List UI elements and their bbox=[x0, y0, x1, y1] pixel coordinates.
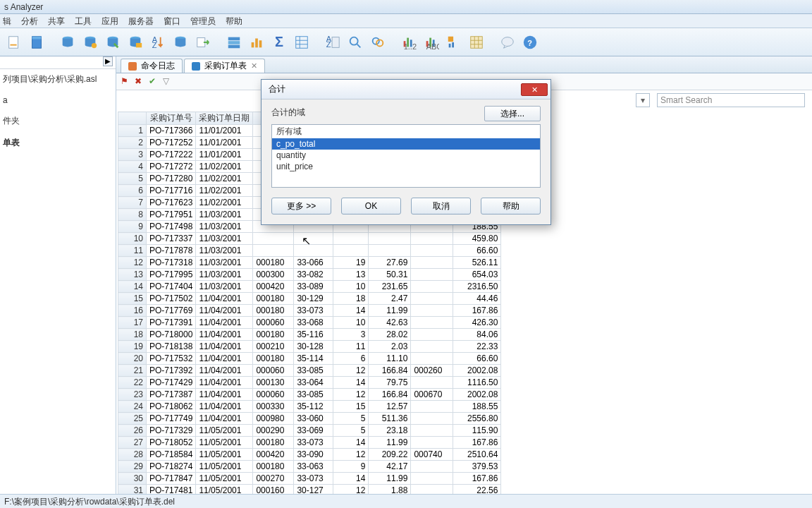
svg-rect-22 bbox=[332, 37, 339, 47]
menu-item[interactable]: 辑 bbox=[3, 14, 11, 28]
table-row[interactable]: 20PO-71753211/04/200100018035-114611.106… bbox=[118, 353, 501, 365]
tab[interactable]: 采购订单表✕ bbox=[184, 59, 265, 73]
svg-rect-2 bbox=[32, 36, 42, 39]
table-row[interactable]: 12PO-71731811/03/200100018033-0661927.69… bbox=[118, 257, 501, 269]
table-row[interactable]: 19PO-71813811/04/200100021030-128112.032… bbox=[118, 341, 501, 353]
menu-item[interactable]: 管理员 bbox=[190, 14, 216, 28]
table-row[interactable]: 31PO-71748111/05/200100016030-127121.882… bbox=[118, 485, 501, 495]
help-button[interactable]: 帮助 bbox=[481, 198, 541, 214]
table-row[interactable]: 14PO-71740411/03/200100042033-08910231.6… bbox=[118, 281, 501, 293]
table-row[interactable]: 16PO-71776911/04/200100018033-0731411.99… bbox=[118, 305, 501, 317]
delete-icon[interactable]: ✖ bbox=[135, 76, 146, 87]
svg-rect-37 bbox=[471, 36, 483, 48]
column-header[interactable]: 采购订单日期 bbox=[196, 112, 253, 125]
close-icon[interactable]: ✕ bbox=[521, 83, 548, 96]
count-icon[interactable] bbox=[224, 32, 244, 52]
sort-icon[interactable]: AZ bbox=[148, 32, 168, 52]
table-row[interactable]: 13PO-71799511/03/200100030033-0821350.31… bbox=[118, 269, 501, 281]
cancel-button[interactable]: 取消 bbox=[411, 198, 471, 214]
db4-icon[interactable] bbox=[125, 32, 145, 52]
svg-rect-17 bbox=[255, 38, 258, 47]
row-number: 16 bbox=[118, 305, 147, 317]
sort2-icon[interactable]: AZ bbox=[323, 32, 343, 52]
search-input[interactable]: Smart Search bbox=[657, 93, 805, 107]
menu-item[interactable]: 应用 bbox=[102, 14, 118, 28]
row-number: 31 bbox=[118, 485, 147, 495]
notebook-icon[interactable] bbox=[27, 32, 47, 52]
sidebar-item[interactable]: 件夹 bbox=[3, 115, 113, 127]
chat-icon[interactable] bbox=[498, 32, 517, 52]
list-item[interactable]: unit_price bbox=[272, 161, 540, 172]
table-row[interactable]: 24PO-71806211/04/200100033035-1121512.57… bbox=[118, 401, 501, 413]
check-icon[interactable]: ✔ bbox=[149, 76, 160, 87]
chart1-icon[interactable]: 1..2..3 bbox=[399, 32, 419, 52]
svg-point-25 bbox=[376, 40, 383, 46]
ok-button[interactable]: OK bbox=[341, 198, 401, 214]
table-row[interactable]: 27PO-71805211/05/200100018033-0731411.99… bbox=[118, 437, 501, 449]
column-header[interactable]: 采购订单号 bbox=[147, 112, 196, 125]
column-header[interactable] bbox=[118, 112, 147, 125]
row-number: 12 bbox=[118, 257, 147, 269]
sigma-icon[interactable]: Σ bbox=[269, 32, 289, 52]
table-row[interactable]: 22PO-71742911/04/200100013033-0641479.75… bbox=[118, 377, 501, 389]
table-row[interactable]: 21PO-71739211/04/200100006033-08512166.8… bbox=[118, 365, 501, 377]
table-row[interactable]: 10PO-71733711/03/2001459.80 bbox=[118, 233, 501, 245]
help-icon[interactable]: ? bbox=[520, 32, 540, 52]
more-button[interactable]: 更多 >> bbox=[271, 198, 331, 214]
chart2-icon[interactable]: ABC bbox=[422, 32, 441, 52]
row-number: 20 bbox=[118, 353, 147, 365]
table-row[interactable]: 11PO-71787811/03/200166.60 bbox=[118, 245, 501, 257]
chart3-icon[interactable] bbox=[444, 32, 464, 52]
menu-item[interactable]: 分析 bbox=[21, 14, 38, 28]
sidebar: ▶ 列项目\采购分析\采购.asl a 件夹 单表 bbox=[0, 56, 116, 494]
export-icon[interactable] bbox=[193, 32, 213, 52]
chart4-icon[interactable] bbox=[467, 32, 486, 52]
svg-rect-34 bbox=[448, 36, 453, 41]
table-row[interactable]: 26PO-71732911/05/200100029033-069523.181… bbox=[118, 425, 501, 437]
barchart-icon[interactable] bbox=[247, 32, 266, 52]
db5-icon[interactable] bbox=[171, 32, 190, 52]
new-icon[interactable] bbox=[4, 32, 24, 52]
flag-red-icon[interactable]: ⚑ bbox=[121, 76, 132, 87]
row-number: 29 bbox=[118, 461, 147, 473]
tab[interactable]: 命令日志 bbox=[121, 59, 183, 73]
field-list[interactable]: 所有域c_po_totalquantityunit_price bbox=[271, 124, 541, 188]
table-row[interactable]: 25PO-71774911/04/200100098033-0605511.36… bbox=[118, 413, 501, 425]
table-row[interactable]: 28PO-71858411/05/200100042033-09012209.2… bbox=[118, 449, 501, 461]
table-row[interactable]: 30PO-71784711/05/200100027033-0731411.99… bbox=[118, 473, 501, 485]
list-item[interactable]: 所有域 bbox=[272, 125, 540, 138]
db2-icon[interactable] bbox=[80, 32, 100, 52]
menu-bar: 辑分析共享工具应用服务器窗口管理员帮助 bbox=[0, 14, 812, 28]
sidebar-item[interactable]: a bbox=[3, 95, 113, 105]
table-row[interactable]: 29PO-71827411/05/200100018033-063942.173… bbox=[118, 461, 501, 473]
list-item[interactable]: quantity bbox=[272, 150, 540, 161]
menu-item[interactable]: 服务器 bbox=[128, 14, 154, 28]
find-dup-icon[interactable] bbox=[368, 32, 388, 52]
stratify-icon[interactable] bbox=[292, 32, 312, 52]
table-row[interactable]: 18PO-71800011/04/200100018035-116328.028… bbox=[118, 329, 501, 341]
row-number: 15 bbox=[118, 293, 147, 305]
svg-point-5 bbox=[92, 42, 97, 47]
svg-rect-35 bbox=[449, 43, 451, 47]
sidebar-item[interactable]: 单表 bbox=[3, 137, 113, 149]
db1-icon[interactable] bbox=[58, 32, 78, 52]
svg-rect-8 bbox=[136, 42, 142, 47]
find-icon[interactable] bbox=[345, 32, 365, 52]
collapse-icon[interactable]: ▶ bbox=[103, 56, 113, 66]
filter-icon[interactable]: ▽ bbox=[163, 76, 174, 87]
select-button[interactable]: 选择... bbox=[484, 106, 541, 121]
menu-item[interactable]: 帮助 bbox=[226, 14, 242, 28]
row-number: 4 bbox=[118, 161, 147, 173]
menu-item[interactable]: 窗口 bbox=[164, 14, 180, 28]
close-tab-icon[interactable]: ✕ bbox=[251, 61, 257, 71]
menu-item[interactable]: 共享 bbox=[48, 14, 65, 28]
dropdown-icon[interactable]: ▾ bbox=[636, 93, 650, 107]
menu-item[interactable]: 工具 bbox=[75, 14, 92, 28]
row-number: 8 bbox=[118, 209, 147, 221]
table-row[interactable]: 17PO-71739111/04/200100006033-0681042.63… bbox=[118, 317, 501, 329]
table-row[interactable]: 15PO-71750211/04/200100018030-129182.474… bbox=[118, 293, 501, 305]
table-row[interactable]: 23PO-71738711/04/200100006033-08512166.8… bbox=[118, 389, 501, 401]
tab-strip: 命令日志采购订单表✕ bbox=[116, 56, 812, 73]
db3-icon[interactable] bbox=[103, 32, 123, 52]
list-item[interactable]: c_po_total bbox=[272, 138, 540, 150]
